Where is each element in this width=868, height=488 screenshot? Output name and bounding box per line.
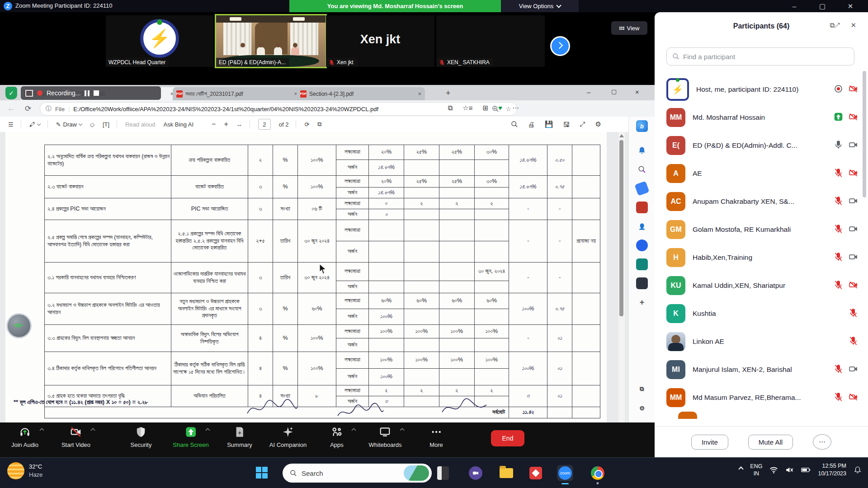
- toolbar-whiteboards[interactable]: Whiteboards: [369, 426, 402, 448]
- next-videos-button[interactable]: [550, 36, 570, 56]
- video-tile-xen-jkt[interactable]: Xen jkt Xen jkt: [326, 15, 434, 67]
- ask-bing-button[interactable]: Ask Bing AI: [164, 121, 193, 128]
- video-off-icon[interactable]: [849, 392, 858, 404]
- zoom-out-icon[interactable]: −: [212, 120, 216, 128]
- popout-icon[interactable]: ⧉↗: [830, 21, 840, 29]
- highlighter-icon[interactable]: 🖍: [29, 121, 40, 128]
- split-screen-icon[interactable]: ⧉: [448, 104, 453, 112]
- participant-row[interactable]: KUKamal Uddin,XEN, Shariatpur: [655, 272, 868, 300]
- add-person-icon[interactable]: 👤: [636, 221, 648, 232]
- participant-row[interactable]: MIManjurul Islam, XEN-2, Barishal: [655, 356, 868, 384]
- toolbar-security[interactable]: Security: [131, 426, 152, 448]
- video-tile-xen-satkhira[interactable]: XEN_ SATKHIRA: [436, 15, 545, 67]
- panel-layout-icon[interactable]: ⧉: [636, 383, 648, 395]
- participant-row[interactable]: Linkon AE: [655, 328, 868, 356]
- fit-width-icon[interactable]: ↔: [236, 121, 242, 128]
- toolbar-ai-companion[interactable]: AI Companion: [269, 426, 307, 448]
- pause-recording-icon[interactable]: [85, 90, 90, 96]
- taskbar-app-camera[interactable]: [467, 465, 484, 481]
- tag-icon[interactable]: [634, 181, 649, 196]
- hidden-icons-chevron[interactable]: [739, 467, 744, 472]
- save-icon[interactable]: 💾: [545, 120, 553, 128]
- panel-scrollbar[interactable]: [863, 71, 866, 197]
- end-meeting-button[interactable]: End: [491, 430, 524, 446]
- collections-icon[interactable]: ⊞: [483, 104, 489, 112]
- rotate-icon[interactable]: ⟳: [304, 121, 309, 128]
- video-icon[interactable]: [849, 140, 858, 151]
- participant-row[interactable]: AAE: [655, 160, 868, 188]
- page-number-input[interactable]: 2: [258, 119, 271, 130]
- tab-close-icon[interactable]: ×: [418, 90, 421, 97]
- toolbar-summary[interactable]: Summary: [227, 426, 252, 448]
- video-icon[interactable]: [849, 224, 858, 235]
- toolbar-share-screen[interactable]: Share Screen: [173, 426, 209, 448]
- video-off-icon[interactable]: [849, 280, 858, 291]
- read-aloud-button[interactable]: Read aloud: [125, 121, 156, 128]
- toolbar-join-audio[interactable]: Join Audio: [11, 426, 38, 448]
- mic-off-icon[interactable]: [834, 364, 843, 375]
- address-input[interactable]: ⓘ File | E:/Office%20Work/offiice/APA%20…: [40, 102, 517, 116]
- mic-off-icon[interactable]: [834, 392, 843, 404]
- maximize-button[interactable]: ▢: [812, 0, 833, 12]
- mic-off-icon[interactable]: [834, 280, 843, 291]
- volume-muted-icon[interactable]: [785, 466, 794, 474]
- view-options-button[interactable]: View Options: [501, 0, 579, 12]
- browser-essentials-icon[interactable]: ♥: [498, 104, 502, 112]
- participant-row[interactable]: ACAnupam Chakrabarty XEN, S&...: [655, 188, 868, 216]
- mic-off-icon[interactable]: [834, 252, 843, 263]
- video-icon[interactable]: [849, 196, 858, 207]
- participant-row[interactable]: ⚡Host, me, participant ID: 224110): [655, 75, 868, 103]
- close-panel-icon[interactable]: ✕: [850, 21, 856, 29]
- copilot-bing-icon[interactable]: b: [636, 120, 648, 132]
- chevron-up-icon[interactable]: [91, 428, 95, 433]
- save-as-icon[interactable]: 🖫: [563, 121, 570, 128]
- clock-widget[interactable]: 12:55 PM 10/17/2023: [818, 462, 846, 478]
- mic-off-icon[interactable]: [834, 168, 843, 179]
- browser-tab[interactable]: PDFসভার নোটিশ_20231017.pdf×: [173, 87, 301, 100]
- scroll-up-arrow[interactable]: [619, 134, 624, 137]
- pdf-viewport[interactable]: ২.২ অনুমোদিত বার্ষিক ক্রয় পরিকল্পনা যথা…: [0, 132, 628, 422]
- mute-all-button[interactable]: Mute All: [748, 435, 793, 450]
- close-button[interactable]: ✕: [840, 0, 861, 12]
- participant-row[interactable]: HHabib,Xen,Training: [655, 244, 868, 272]
- taskbar-app-red[interactable]: [528, 465, 544, 481]
- zoom-taskbar-icon[interactable]: zoom: [557, 465, 573, 481]
- back-icon[interactable]: ←: [7, 104, 15, 113]
- find-participant-input[interactable]: Find a participant: [666, 47, 854, 66]
- sidebar-settings-icon[interactable]: ⚙: [636, 402, 648, 414]
- chrome-icon[interactable]: [590, 465, 606, 481]
- participant-row[interactable]: MMMd Masum Parvez, RE,Bherama...: [655, 384, 868, 412]
- add-app-icon[interactable]: +: [636, 296, 648, 308]
- more-menu-icon[interactable]: ⋯: [512, 104, 519, 112]
- chevron-up-icon[interactable]: [40, 428, 44, 433]
- add-text-icon[interactable]: [T]: [103, 121, 109, 128]
- browser-tab[interactable]: PDFSection-4-[2.3].pdf×: [297, 87, 425, 100]
- minimize-button[interactable]: –: [784, 0, 805, 12]
- participant-row[interactable]: GMGolam Mostofa, RE Kumarkhali: [655, 216, 868, 244]
- new-tab-button[interactable]: +: [446, 89, 451, 98]
- mic-off-icon[interactable]: [834, 196, 843, 207]
- video-icon[interactable]: [849, 252, 858, 263]
- search-icon[interactable]: [511, 121, 518, 128]
- pdf-scrollbar[interactable]: [618, 132, 625, 422]
- toolbar-start-video[interactable]: Start Video: [61, 426, 90, 448]
- more-options-button[interactable]: ⋯: [813, 434, 831, 450]
- video-tile-wzpdcl[interactable]: ⚡ WZPDCL Head Quarter: [106, 15, 213, 67]
- recording-indicator-icon[interactable]: [834, 84, 843, 95]
- video-off-icon[interactable]: [849, 168, 858, 179]
- video-tile-ed-pd[interactable]: ED (P&D) & ED(Admin)-A...: [215, 14, 327, 68]
- draw-button[interactable]: ✎ Draw: [56, 121, 82, 128]
- participant-row[interactable]: MMMd. Mosharraf Hossain: [655, 103, 868, 131]
- browser-minimize-button[interactable]: –: [587, 88, 590, 96]
- chevron-up-icon[interactable]: [352, 428, 356, 433]
- file-explorer-icon[interactable]: [498, 465, 514, 481]
- print-icon[interactable]: 🖨: [528, 121, 535, 128]
- notifications-bell-icon[interactable]: [636, 145, 648, 156]
- participant-row[interactable]: E(ED (P&D) & ED(Admin)-Addl. C...: [655, 131, 868, 160]
- participant-row[interactable]: KKushtia: [655, 300, 868, 328]
- app-icon-dark[interactable]: [636, 277, 648, 289]
- gallery-view-button[interactable]: View: [611, 21, 647, 35]
- settings-gear-icon[interactable]: ⚙: [595, 120, 601, 128]
- eraser-icon[interactable]: ◇: [90, 121, 94, 128]
- mic-off-icon[interactable]: [849, 308, 858, 319]
